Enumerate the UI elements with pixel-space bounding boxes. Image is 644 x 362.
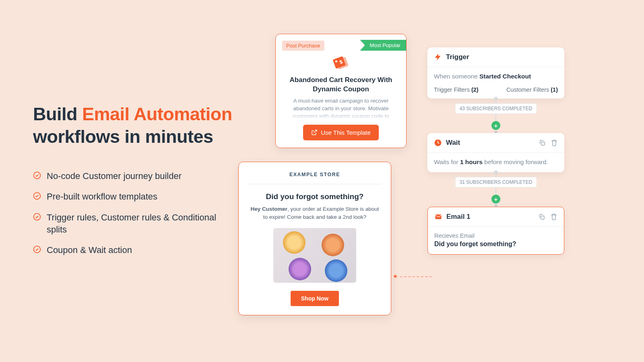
- feature-label: Pre-built workflow templates: [47, 191, 157, 203]
- check-circle-icon: [33, 245, 41, 253]
- svg-rect-9: [541, 142, 545, 145]
- connector-line: [396, 276, 432, 277]
- email-title: Did you forgot something?: [248, 192, 382, 201]
- category-badge: Post Purchase: [282, 41, 324, 51]
- email-body-greeting: Hey Customer: [251, 206, 288, 212]
- subscriber-count: 31 SUBSCRIBERS COMPLETED: [455, 177, 537, 187]
- headline-accent: Email Automation: [82, 104, 232, 124]
- template-title: Abandoned Cart Recovery With Dynamic Cou…: [282, 76, 400, 94]
- check-circle-icon: [33, 171, 41, 179]
- check-circle-icon: [33, 192, 41, 200]
- email-body: Hey Customer, your order at Example Stor…: [248, 205, 382, 221]
- email-node-label: Email 1: [446, 213, 471, 221]
- email-node[interactable]: Email 1 Recieves Email Did you forget so…: [427, 207, 564, 255]
- check-circle-icon: [33, 213, 41, 221]
- subscriber-count: 43 SUBSCRIBERS COMPLETED: [455, 103, 537, 114]
- trigger-label: Trigger: [446, 53, 469, 61]
- feature-label: Trigger rules, Customer rules & Conditio…: [47, 212, 238, 235]
- feature-item: No-code Customer journey builder: [33, 170, 238, 182]
- duplicate-icon[interactable]: [538, 213, 545, 220]
- template-description: A must-have email campaign to recover ab…: [282, 97, 400, 120]
- connector-dot: [392, 274, 398, 279]
- workflow: Trigger When someone Started Checkout Tr…: [427, 47, 564, 255]
- divider: [248, 184, 382, 184]
- feature-item: Coupon & Wait action: [33, 244, 238, 256]
- trigger-filters[interactable]: Trigger Filters (2): [434, 86, 479, 93]
- external-link-icon: [311, 129, 318, 136]
- svg-rect-11: [541, 216, 544, 219]
- mail-icon: [434, 213, 442, 221]
- bolt-icon: [434, 53, 442, 61]
- store-name: EXAMPLE STORE: [248, 172, 382, 177]
- email-subject: Did you forget something?: [434, 241, 557, 248]
- use-template-button[interactable]: Use This Template: [303, 125, 379, 140]
- trigger-text: When someone Started Checkout: [427, 67, 564, 86]
- wait-node[interactable]: Wait Waits for 1 hours before moving for…: [427, 133, 564, 172]
- duplicate-icon[interactable]: [539, 139, 546, 146]
- trash-icon[interactable]: [551, 139, 558, 146]
- email-node-body: Recieves Email Did you forget something?: [428, 227, 564, 254]
- clock-icon: [434, 139, 442, 147]
- feature-item: Trigger rules, Customer rules & Conditio…: [33, 212, 238, 235]
- customer-filters[interactable]: Customer Filters (1): [506, 86, 558, 93]
- feature-label: No-code Customer journey builder: [47, 170, 182, 182]
- email-preview-card: EXAMPLE STORE Did you forgot something? …: [238, 162, 391, 315]
- template-card: Post Purchase Most Popular $ Abandoned C…: [275, 34, 407, 148]
- trigger-node[interactable]: Trigger When someone Started Checkout Tr…: [427, 47, 564, 99]
- add-step-button[interactable]: +: [491, 195, 500, 204]
- most-popular-ribbon: Most Popular: [360, 40, 406, 51]
- wait-label: Wait: [446, 139, 460, 147]
- shop-now-button[interactable]: Shop Now: [291, 291, 339, 306]
- connector: 43 SUBSCRIBERS COMPLETED +: [427, 99, 564, 133]
- add-step-button[interactable]: +: [491, 121, 500, 130]
- headline-prefix: Build: [33, 104, 82, 124]
- feature-label: Coupon & Wait action: [47, 244, 132, 256]
- page-headline: Build Email Automation workflows in minu…: [33, 103, 238, 148]
- feature-item: Pre-built workflow templates: [33, 191, 238, 203]
- price-tag-icon: $: [282, 55, 400, 72]
- headline-suffix: workflows in minutes: [33, 126, 213, 147]
- wait-text: Waits for 1 hours before moving forward.: [427, 153, 564, 172]
- email-sub: Recieves Email: [434, 232, 557, 239]
- product-image: [273, 228, 356, 283]
- svg-rect-10: [436, 214, 442, 219]
- feature-list: No-code Customer journey builder Pre-bui…: [33, 170, 238, 256]
- trash-icon[interactable]: [550, 213, 557, 220]
- use-template-label: Use This Template: [321, 129, 371, 136]
- connector: 31 SUBSCRIBERS COMPLETED +: [427, 172, 564, 207]
